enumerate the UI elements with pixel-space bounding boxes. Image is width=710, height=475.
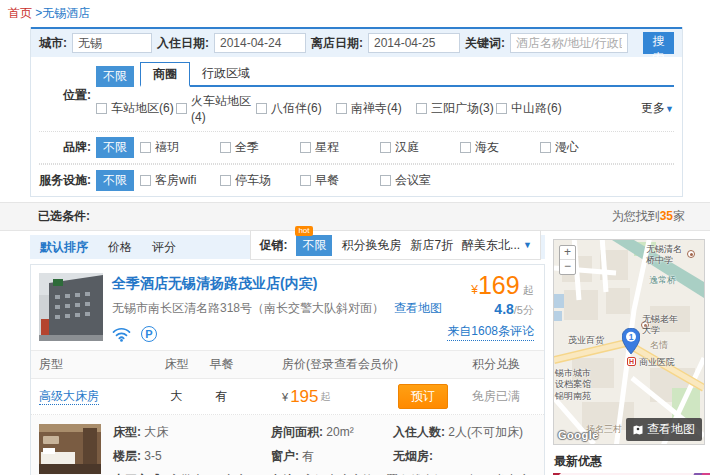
- hotel-photo[interactable]: [39, 273, 103, 341]
- checkbox[interactable]: [176, 103, 187, 114]
- checkbox[interactable]: [380, 175, 391, 186]
- promo-filter-box: hot 促销: 不限 积分换免房 新店7折 醉美东北...▼: [250, 230, 541, 260]
- location-options: 车站地区(6) 火车站地区(4) 八佰伴(6) 南禅寺(4) 三阳广场(3) 中…: [96, 87, 674, 126]
- sort-bar: 默认排序 价格 评分 hot 促销: 不限 积分换免房 新店7折 醉美东北...…: [30, 235, 545, 259]
- search-bar: 城市: 入住日期: 离店日期: 关键词: 搜索: [31, 27, 682, 57]
- checkout-label: 离店日期:: [311, 35, 363, 52]
- parking-icon: P: [141, 326, 157, 342]
- latest-offers-title: 最新优惠: [554, 453, 710, 470]
- result-count-number: 35: [660, 209, 673, 223]
- map-poi-mall: 茂业百货: [568, 335, 604, 346]
- keyword-input[interactable]: [510, 33, 628, 53]
- sort-score[interactable]: 评分: [152, 239, 176, 256]
- breadcrumb-home-link[interactable]: 首页: [8, 6, 32, 20]
- keyword-label: 关键词:: [465, 35, 505, 52]
- facility-option[interactable]: 会议室: [380, 172, 460, 189]
- room-type-link[interactable]: 高级大床房: [39, 389, 99, 405]
- map-poi-archive: 锡市城市 设档案馆: [555, 368, 591, 390]
- facility-label: 服务设施:: [39, 172, 91, 189]
- page: 首页 >无锡酒店 城市: 入住日期: 离店日期: 关键词: 搜索 位置: 不限: [0, 0, 710, 475]
- checkbox[interactable]: [140, 142, 151, 153]
- facility-option[interactable]: 停车场: [220, 172, 300, 189]
- location-option[interactable]: 南禅寺(4): [336, 100, 416, 117]
- location-label: 位置:: [39, 87, 91, 104]
- chevron-down-icon: ▼: [523, 240, 532, 250]
- location-option[interactable]: 三阳广场(3): [416, 100, 496, 117]
- location-unlimited-badge[interactable]: 不限: [96, 66, 134, 87]
- more-link[interactable]: 更多▼: [641, 100, 674, 117]
- reviews-link[interactable]: 来自1608条评论: [447, 323, 534, 341]
- chevron-down-icon: ▼: [665, 104, 674, 114]
- checkbox[interactable]: [496, 103, 507, 114]
- location-option[interactable]: 火车站地区(4): [176, 93, 256, 124]
- location-option[interactable]: 中山路(6): [496, 100, 576, 117]
- map-road-label: 名情: [650, 340, 668, 351]
- checkbox[interactable]: [256, 103, 267, 114]
- result-count: 为您找到35家: [612, 208, 685, 225]
- map-zoom-control: + −: [559, 245, 576, 275]
- room-detail-panel: 床型: 大床 房间面积: 20m² 入住人数: 2人(不可加床) 楼层: 3-5…: [31, 415, 544, 475]
- tab-business-area[interactable]: 商圈: [140, 62, 190, 87]
- brand-option[interactable]: 漫心: [540, 139, 620, 156]
- location-option[interactable]: 车站地区(6): [96, 100, 176, 117]
- checkbox[interactable]: [380, 142, 391, 153]
- filter-row-brand: 品牌: 不限 禧玥 全季 星程 汉庭 海友 漫心: [39, 132, 674, 164]
- location-option[interactable]: 八佰伴(6): [256, 100, 336, 117]
- promo-unlimited-badge[interactable]: 不限: [296, 235, 332, 256]
- brand-option[interactable]: 海友: [460, 139, 540, 156]
- promo-points-free[interactable]: 积分换免房: [341, 237, 401, 254]
- facility-option[interactable]: 早餐: [300, 172, 380, 189]
- checkbox[interactable]: [220, 175, 231, 186]
- wifi-icon: [112, 327, 131, 342]
- checkbox[interactable]: [220, 142, 231, 153]
- checkbox[interactable]: [140, 175, 151, 186]
- checkbox[interactable]: [300, 142, 311, 153]
- promo-new-store[interactable]: 新店7折: [410, 237, 453, 254]
- checkout-input[interactable]: [368, 33, 460, 53]
- promo-dropdown[interactable]: 醉美东北...▼: [462, 237, 532, 254]
- zoom-out-button[interactable]: −: [560, 260, 575, 274]
- checkin-label: 入住日期:: [157, 35, 209, 52]
- book-button[interactable]: 预订: [398, 384, 448, 409]
- mini-map[interactable]: 无锡清名桥中学 逸常桥 无锡老年大学 茂业百货 名情 H 商业医院 锡市城市 设…: [553, 239, 705, 445]
- sort-price[interactable]: 价格: [108, 239, 132, 256]
- breadcrumb-current: 无锡酒店: [42, 6, 90, 20]
- brand-unlimited-badge[interactable]: 不限: [96, 137, 134, 158]
- svg-text:1: 1: [629, 332, 634, 342]
- view-map-button[interactable]: 查看地图: [626, 418, 702, 441]
- google-logo: Google: [558, 429, 599, 441]
- hotel-card: 全季酒店无锡清扬路茂业店(内宾) 无锡市南长区清名路318号（南长交警大队斜对面…: [30, 264, 545, 475]
- filter-row-location: 位置: 不限 商圈 行政区域 车站地区(6) 火车站地区(4) 八佰伴(6) 南…: [39, 59, 674, 132]
- brand-option[interactable]: 禧玥: [140, 139, 220, 156]
- checkbox[interactable]: [300, 175, 311, 186]
- checkbox[interactable]: [416, 103, 427, 114]
- brand-option[interactable]: 全季: [220, 139, 300, 156]
- selected-conditions-bar: 已选条件: 为您找到35家: [0, 202, 710, 231]
- brand-option[interactable]: 星程: [300, 139, 380, 156]
- checkbox[interactable]: [540, 142, 551, 153]
- checkbox[interactable]: [336, 103, 347, 114]
- facility-unlimited-badge[interactable]: 不限: [96, 170, 134, 191]
- map-pin[interactable]: 1: [622, 328, 640, 354]
- currency-symbol: ¥: [471, 283, 478, 297]
- checkin-input[interactable]: [214, 33, 306, 53]
- room-row: 高级大床房 大 有 ¥195起 预订 免房已满: [31, 379, 544, 415]
- search-button[interactable]: 搜索: [643, 32, 674, 54]
- tab-admin-district[interactable]: 行政区域: [190, 62, 262, 85]
- brand-option[interactable]: 汉庭: [380, 139, 460, 156]
- hot-badge: hot: [295, 226, 312, 236]
- checkbox[interactable]: [96, 103, 107, 114]
- facility-option[interactable]: 客房wifi: [140, 172, 220, 189]
- search-filter-panel: 城市: 入住日期: 离店日期: 关键词: 搜索 位置: 不限 商圈 行政区域: [30, 27, 683, 197]
- zoom-in-button[interactable]: +: [560, 246, 575, 260]
- map-poi-bridge: 逸常桥: [649, 275, 676, 286]
- room-photo[interactable]: [39, 424, 101, 474]
- city-label: 城市:: [39, 35, 67, 52]
- room-detail-grid: 床型: 大床 房间面积: 20m² 入住人数: 2人(不可加床) 楼层: 3-5…: [113, 424, 536, 475]
- checkbox[interactable]: [460, 142, 471, 153]
- hotel-name-link[interactable]: 全季酒店无锡清扬路茂业店(内宾): [112, 275, 424, 293]
- selected-label: 已选条件:: [38, 208, 90, 225]
- city-input[interactable]: [72, 33, 152, 53]
- map-poi-residence: 锦明南苑: [555, 391, 591, 402]
- sort-default[interactable]: 默认排序: [40, 239, 88, 256]
